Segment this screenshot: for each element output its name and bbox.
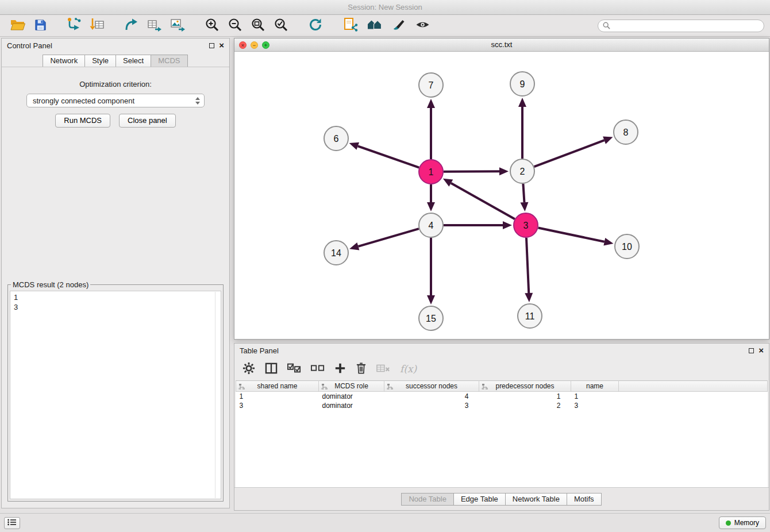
- cell-shared-name[interactable]: 1: [236, 392, 319, 401]
- graph-edge[interactable]: [451, 183, 515, 219]
- graph-edge[interactable]: [526, 238, 529, 293]
- column-tree-icon: [482, 383, 488, 392]
- export-image-button[interactable]: [168, 16, 187, 35]
- cell-predecessor-nodes[interactable]: 1: [479, 392, 571, 401]
- graph-node-7[interactable]: 7: [419, 73, 443, 97]
- table-settings-button[interactable]: [242, 362, 255, 376]
- export-network-button[interactable]: [122, 16, 141, 35]
- close-window-button[interactable]: ×: [239, 41, 247, 49]
- control-panel-title: Control Panel: [7, 41, 52, 50]
- cell-shared-name[interactable]: 3: [236, 401, 319, 410]
- maximize-window-button[interactable]: +: [262, 41, 270, 49]
- graph-edge[interactable]: [538, 228, 605, 242]
- svg-text:6: 6: [334, 134, 339, 144]
- save-session-button[interactable]: [32, 17, 49, 34]
- column-header-mcds-role[interactable]: MCDS role: [319, 381, 384, 392]
- close-panel-icon[interactable]: ×: [219, 42, 224, 49]
- table-row[interactable]: 1 dominator 4 1 1: [236, 392, 768, 401]
- column-header-name[interactable]: name: [571, 381, 619, 392]
- close-table-panel-icon[interactable]: ×: [759, 347, 764, 354]
- cell-successor-nodes[interactable]: 4: [384, 392, 479, 401]
- table-row[interactable]: 3 dominator 3 2 3: [236, 401, 768, 410]
- run-mcds-button[interactable]: Run MCDS: [55, 114, 110, 128]
- cell-name[interactable]: 3: [571, 401, 619, 410]
- home-overview-button[interactable]: [364, 17, 386, 34]
- add-column-button[interactable]: [334, 363, 346, 376]
- zoom-fit-button[interactable]: [248, 16, 268, 35]
- apply-style-button[interactable]: [390, 17, 409, 34]
- network-window-titlebar[interactable]: × − + scc.txt: [234, 38, 769, 52]
- function-builder-button[interactable]: f(x): [400, 363, 417, 375]
- graph-node-3[interactable]: 3: [514, 213, 538, 237]
- graph-edge[interactable]: [358, 146, 419, 167]
- graph-node-8[interactable]: 8: [614, 120, 638, 144]
- network-graph[interactable]: 7968124314101511: [234, 52, 769, 339]
- apply-style-icon: [392, 18, 407, 33]
- fx-icon: f(x): [400, 363, 417, 375]
- graph-edge[interactable]: [358, 229, 418, 246]
- graph-edge-arrowhead: [518, 98, 526, 107]
- tab-network-table[interactable]: Network Table: [505, 493, 567, 506]
- float-panel-icon[interactable]: [209, 43, 214, 48]
- graph-node-1[interactable]: 1: [419, 160, 443, 184]
- show-details-button[interactable]: [413, 17, 433, 34]
- graph-node-14[interactable]: 14: [324, 241, 348, 265]
- zoom-selected-button[interactable]: [271, 16, 291, 35]
- tab-network[interactable]: Network: [43, 55, 85, 67]
- control-panel-header: Control Panel ×: [2, 38, 229, 52]
- application-window: Session: New Session: [0, 0, 770, 532]
- show-columns-button[interactable]: [265, 363, 278, 376]
- graph-node-6[interactable]: 6: [324, 126, 348, 151]
- graph-edge[interactable]: [444, 171, 499, 172]
- minimize-window-button[interactable]: −: [251, 41, 258, 49]
- network-canvas[interactable]: 7968124314101511: [234, 52, 769, 339]
- column-header-shared-name[interactable]: shared name: [236, 381, 319, 392]
- tab-node-table[interactable]: Node Table: [401, 493, 454, 506]
- network-document-button[interactable]: [340, 16, 361, 35]
- tab-mcds[interactable]: MCDS: [151, 55, 187, 67]
- open-session-button[interactable]: [7, 17, 28, 34]
- graph-node-4[interactable]: 4: [419, 213, 443, 237]
- cell-predecessor-nodes[interactable]: 2: [479, 401, 571, 410]
- graph-node-11[interactable]: 11: [518, 304, 542, 328]
- refresh-layout-button[interactable]: [306, 16, 325, 35]
- cell-successor-nodes[interactable]: 3: [384, 401, 479, 410]
- cell-mcds-role[interactable]: dominator: [319, 392, 384, 401]
- import-network-button[interactable]: [64, 16, 84, 35]
- task-history-button[interactable]: [4, 517, 20, 529]
- column-header-filler: [619, 381, 768, 392]
- tab-edge-table[interactable]: Edge Table: [453, 493, 506, 506]
- tab-style[interactable]: Style: [84, 55, 116, 67]
- tab-motifs[interactable]: Motifs: [567, 493, 602, 506]
- graph-node-10[interactable]: 10: [615, 234, 639, 259]
- graph-node-15[interactable]: 15: [419, 306, 443, 330]
- delete-column-button[interactable]: [356, 362, 367, 376]
- graph-node-9[interactable]: 9: [510, 72, 534, 96]
- zoom-in-button[interactable]: [202, 16, 222, 35]
- window-titlebar[interactable]: Session: New Session: [0, 0, 770, 15]
- search-input[interactable]: [613, 22, 759, 30]
- cell-mcds-role[interactable]: dominator: [319, 401, 384, 410]
- zoom-out-button[interactable]: [225, 16, 245, 35]
- cell-name[interactable]: 1: [571, 392, 619, 401]
- mcds-result-line: 3: [14, 302, 217, 312]
- graph-node-2[interactable]: 2: [510, 159, 534, 183]
- tab-select[interactable]: Select: [116, 55, 151, 67]
- graph-edge[interactable]: [534, 140, 605, 167]
- search-box[interactable]: [598, 20, 764, 32]
- import-table-button[interactable]: [87, 16, 107, 35]
- mcds-result-list[interactable]: 1 3: [10, 291, 221, 499]
- export-table-button[interactable]: [145, 16, 164, 35]
- deselect-all-button[interactable]: [311, 364, 325, 375]
- select-all-button[interactable]: [287, 363, 301, 375]
- graph-edge[interactable]: [523, 184, 524, 202]
- memory-button[interactable]: Memory: [719, 516, 766, 529]
- delete-table-button[interactable]: [376, 363, 390, 375]
- search-icon: [603, 22, 610, 29]
- graph-edge-arrowhead: [520, 202, 528, 211]
- column-header-predecessor-nodes[interactable]: predecessor nodes: [479, 381, 571, 392]
- column-header-successor-nodes[interactable]: successor nodes: [384, 381, 479, 392]
- criterion-dropdown[interactable]: strongly connected component: [26, 94, 205, 107]
- close-panel-button[interactable]: Close panel: [119, 114, 176, 128]
- float-table-panel-icon[interactable]: [749, 348, 754, 353]
